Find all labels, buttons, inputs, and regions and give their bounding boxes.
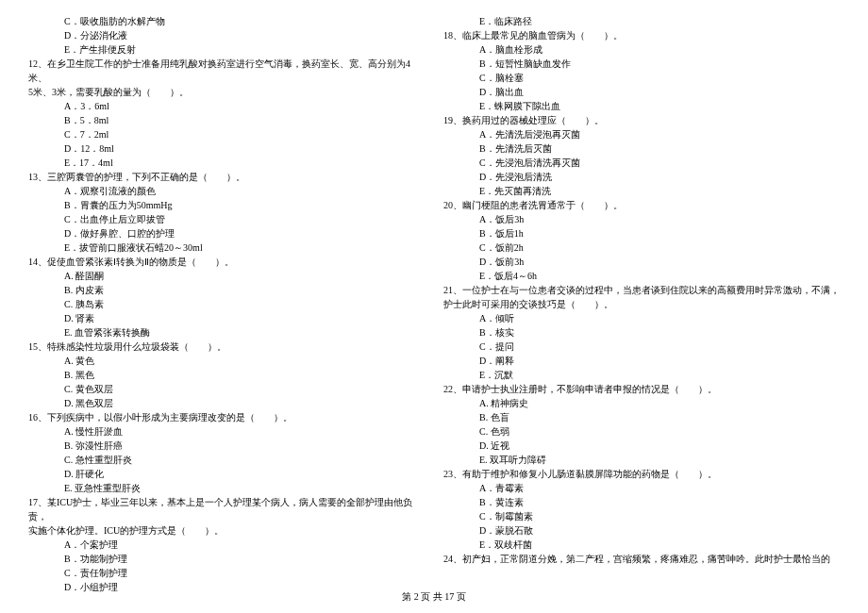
q18-option-c: C．脑栓塞 — [443, 71, 840, 85]
q19-option-d: D．先浸泡后清洗 — [443, 170, 840, 184]
q15-option-d: D. 黑色双层 — [28, 396, 425, 410]
q19-option-e: E．先灭菌再清洗 — [443, 184, 840, 198]
q17-option-b: B．功能制护理 — [28, 552, 425, 566]
q19-option-c: C．先浸泡后清洗再灭菌 — [443, 156, 840, 170]
right-column: E．临床路径 18、临床上最常见的脑血管病为（ ）。 A．脑血栓形成 B．短暂性… — [443, 14, 840, 580]
q22-option-d: D. 近视 — [443, 439, 840, 453]
q14-option-a: A. 醛固酮 — [28, 269, 425, 283]
q14-option-c: C. 胰岛素 — [28, 297, 425, 311]
q24-stem: 24、初产妇，正常阴道分娩，第二产程，宫缩频繁，疼痛难忍，痛苦呻吟。此时护士最恰… — [443, 552, 840, 566]
q23-option-b: B．黄连素 — [443, 495, 840, 509]
q17-option-e: E．临床路径 — [443, 14, 840, 28]
q15-stem: 15、特殊感染性垃圾用什么垃圾袋装（ ）。 — [28, 340, 425, 354]
q16-stem: 16、下列疾病中，以假小叶形成为主要病理改变的是（ ）。 — [28, 410, 425, 424]
q22-option-a: A. 精神病史 — [443, 396, 840, 410]
q12-option-a: A．3．6ml — [28, 99, 425, 113]
q12-option-c: C．7．2ml — [28, 127, 425, 141]
q12-option-b: B．5．8ml — [28, 113, 425, 127]
page-content: C．吸收脂肪的水解产物 D．分泌消化液 E．产生排便反射 12、在乡卫生院工作的… — [0, 0, 868, 589]
left-column: C．吸收脂肪的水解产物 D．分泌消化液 E．产生排便反射 12、在乡卫生院工作的… — [28, 14, 425, 580]
q11-option-d: D．分泌消化液 — [28, 28, 425, 42]
q22-option-b: B. 色盲 — [443, 410, 840, 424]
q18-option-b: B．短暂性脑缺血发作 — [443, 57, 840, 71]
q15-option-a: A. 黄色 — [28, 354, 425, 368]
q17-option-a: A．个案护理 — [28, 538, 425, 552]
q14-stem: 14、促使血管紧张素Ⅰ转换为Ⅱ的物质是（ ）。 — [28, 255, 425, 269]
q18-option-e: E．蛛网膜下隙出血 — [443, 99, 840, 113]
q15-option-b: B. 黑色 — [28, 368, 425, 382]
q23-option-a: A．青霉素 — [443, 481, 840, 495]
q13-option-a: A．观察引流液的颜色 — [28, 184, 425, 198]
q21-option-e: E．沉默 — [443, 368, 840, 382]
q17-stem-a: 17、某ICU护士，毕业三年以来，基本上是一个人护理某个病人，病人需要的全部护理… — [28, 495, 425, 523]
page-footer: 第 2 页 共 17 页 — [0, 589, 868, 604]
q23-option-c: C．制霉菌素 — [443, 509, 840, 523]
q17-stem-b: 实施个体化护理。ICU的护理方式是（ ）。 — [28, 523, 425, 538]
q20-option-c: C．饭前2h — [443, 240, 840, 255]
q21-option-a: A．倾听 — [443, 311, 840, 325]
q20-option-e: E．饭后4～6h — [443, 269, 840, 283]
q12-stem-b: 5米、3米，需要乳酸的量为（ ）。 — [28, 85, 425, 99]
q19-option-b: B．先清洗后灭菌 — [443, 141, 840, 156]
q22-option-c: C. 色弱 — [443, 424, 840, 439]
q21-stem-a: 21、一位护士在与一位患者交谈的过程中，当患者谈到住院以来的高额费用时异常激动，… — [443, 283, 840, 297]
q13-stem: 13、三腔两囊管的护理，下列不正确的是（ ）。 — [28, 170, 425, 184]
q12-stem-a: 12、在乡卫生院工作的护士准备用纯乳酸对换药室进行空气消毒，换药室长、宽、高分别… — [28, 57, 425, 85]
q11-option-e: E．产生排便反射 — [28, 42, 425, 57]
q16-option-e: E. 亚急性重型肝炎 — [28, 481, 425, 495]
q19-stem: 19、换药用过的器械处理应（ ）。 — [443, 113, 840, 127]
q21-option-b: B．核实 — [443, 325, 840, 340]
q23-stem: 23、有助于维护和修复小儿肠道黏膜屏障功能的药物是（ ）。 — [443, 467, 840, 481]
q14-option-e: E. 血管紧张素转换酶 — [28, 325, 425, 340]
q22-option-e: E. 双耳听力障碍 — [443, 453, 840, 467]
q15-option-c: C. 黄色双层 — [28, 382, 425, 396]
q16-option-b: B. 弥漫性肝癌 — [28, 439, 425, 453]
q12-option-e: E．17．4ml — [28, 156, 425, 170]
q13-option-e: E．拔管前口服液状石蜡20～30ml — [28, 240, 425, 255]
q17-option-c: C．责任制护理 — [28, 566, 425, 580]
q16-option-c: C. 急性重型肝炎 — [28, 453, 425, 467]
q21-option-d: D．阐释 — [443, 354, 840, 368]
q23-option-e: E．双歧杆菌 — [443, 538, 840, 552]
q16-option-d: D. 肝硬化 — [28, 467, 425, 481]
q18-option-d: D．脑出血 — [443, 85, 840, 99]
q11-option-c: C．吸收脂肪的水解产物 — [28, 14, 425, 28]
q12-option-d: D．12．8ml — [28, 141, 425, 156]
q23-option-d: D．蒙脱石散 — [443, 523, 840, 538]
q22-stem: 22、申请护士执业注册时，不影响申请者申报的情况是（ ）。 — [443, 382, 840, 396]
q14-option-d: D. 肾素 — [28, 311, 425, 325]
q19-option-a: A．先清洗后浸泡再灭菌 — [443, 127, 840, 141]
q21-stem-b: 护士此时可采用的交谈技巧是（ ）。 — [443, 297, 840, 311]
q18-option-a: A．脑血栓形成 — [443, 42, 840, 57]
q13-option-d: D．做好鼻腔、口腔的护理 — [28, 226, 425, 240]
q21-option-c: C．提问 — [443, 340, 840, 354]
q13-option-b: B．胃囊的压力为50mmHg — [28, 198, 425, 212]
q20-option-d: D．饭前3h — [443, 255, 840, 269]
q18-stem: 18、临床上最常见的脑血管病为（ ）。 — [443, 28, 840, 42]
q20-option-a: A．饭后3h — [443, 212, 840, 226]
q13-option-c: C．出血停止后立即拔管 — [28, 212, 425, 226]
q20-stem: 20、幽门梗阻的患者洗胃通常于（ ）。 — [443, 198, 840, 212]
q20-option-b: B．饭后1h — [443, 226, 840, 240]
q14-option-b: B. 内皮素 — [28, 283, 425, 297]
q16-option-a: A. 慢性肝淤血 — [28, 424, 425, 439]
